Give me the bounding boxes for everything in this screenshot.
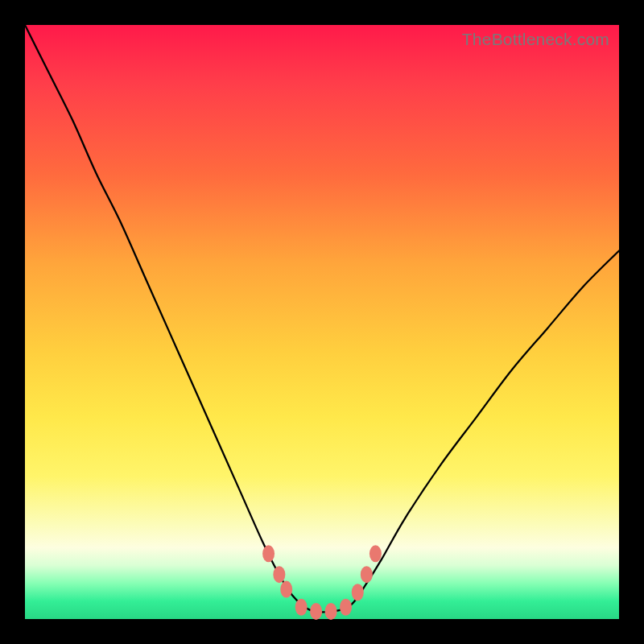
bottleneck-curve xyxy=(25,25,619,612)
curve-marker xyxy=(273,566,285,583)
curve-marker xyxy=(352,584,364,601)
curve-marker xyxy=(295,599,308,616)
chart-frame: TheBottleneck.com xyxy=(0,0,644,644)
curve-markers xyxy=(262,545,382,620)
curve-marker xyxy=(280,581,292,598)
curve-marker xyxy=(325,603,337,620)
curve-marker xyxy=(262,545,275,562)
plot-area: TheBottleneck.com xyxy=(25,25,619,619)
chart-svg xyxy=(25,25,619,619)
curve-marker xyxy=(310,603,322,620)
curve-marker xyxy=(361,566,373,583)
curve-marker xyxy=(340,599,352,616)
curve-marker xyxy=(369,545,382,562)
